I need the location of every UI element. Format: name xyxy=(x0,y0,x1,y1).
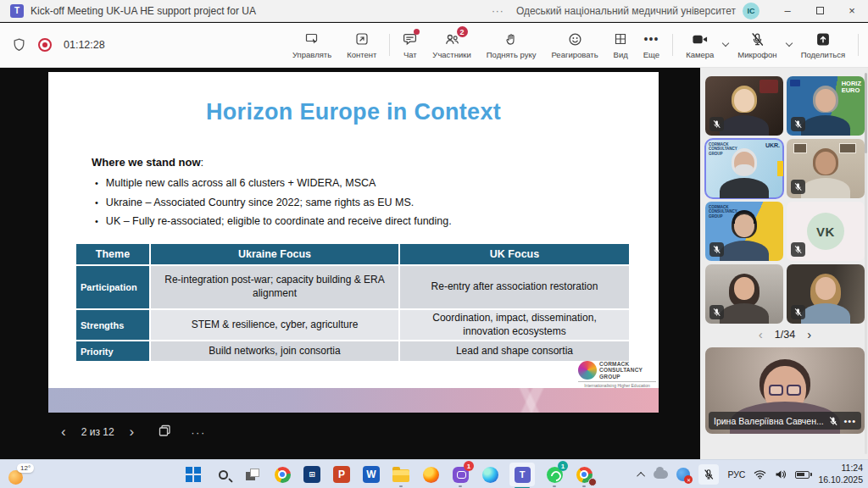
tray-mic-muted-icon[interactable] xyxy=(698,464,719,485)
ukraine-flag-stripe xyxy=(777,161,783,176)
table-cell: Coordination, impact, dissemination, inn… xyxy=(400,310,629,340)
camera-button[interactable]: Камера xyxy=(678,23,721,67)
language-indicator[interactable]: РУС xyxy=(727,469,745,480)
participant-tile[interactable]: HORIZEURO xyxy=(787,76,865,136)
sync-error-icon[interactable] xyxy=(676,468,690,481)
chat-unread-dot xyxy=(414,29,420,35)
glasses xyxy=(769,385,801,396)
participants-icon: 2 xyxy=(444,30,460,47)
toolbar-separator xyxy=(858,34,859,56)
weather-widget[interactable]: 12° xyxy=(7,463,44,485)
screen-manage-icon xyxy=(304,30,320,47)
battery-icon[interactable] xyxy=(795,471,810,479)
participant-name-bar: Ірина Валеріївна Савчен... ••• xyxy=(709,412,861,430)
task-view-icon[interactable] xyxy=(242,464,263,485)
bullet-item: UK – Fully re-associated; eligible to co… xyxy=(95,215,452,227)
meeting-timer: 01:12:28 xyxy=(64,39,105,51)
horizon-poster-text: HORIZEURO xyxy=(842,80,861,95)
participant-tile[interactable] xyxy=(787,139,865,198)
participant-tile[interactable] xyxy=(705,264,783,324)
featured-participant-tile[interactable]: Ірина Валеріївна Савчен... ••• xyxy=(705,347,865,434)
camera-icon xyxy=(692,30,709,47)
participant-tile-speaking[interactable]: CORMACKCONSULTANCYGROUP UKR. xyxy=(705,139,783,198)
file-explorer-icon[interactable] xyxy=(391,464,411,485)
content-button[interactable]: Контент xyxy=(339,23,384,67)
tray-expand-chevron-icon[interactable] xyxy=(637,471,646,480)
toolbar-separator xyxy=(389,34,390,56)
raise-hand-button[interactable]: Поднять руку xyxy=(479,23,544,67)
table-header: Theme xyxy=(76,244,149,264)
chat-button[interactable]: Чат xyxy=(395,23,425,67)
camera-dropdown-chevron-icon[interactable] xyxy=(722,40,729,47)
chrome-profile-icon[interactable] xyxy=(574,464,594,485)
manage-button[interactable]: Управлять xyxy=(285,23,339,67)
leave-button[interactable]: Выйти xyxy=(864,23,868,67)
windows-taskbar: 12° ⊞ P W 1 T 1 РУС xyxy=(0,459,868,488)
participant-more-button[interactable]: ••• xyxy=(843,416,856,426)
prev-slide-button[interactable]: ‹ xyxy=(53,424,75,441)
table-cell: STEM & resilience, cyber, agriculture xyxy=(151,310,398,340)
powerpoint-icon[interactable]: P xyxy=(331,464,352,485)
sidebar-scrollbar[interactable] xyxy=(865,73,867,454)
edge-icon[interactable] xyxy=(480,464,500,485)
clock[interactable]: 11:24 16.10.2025 xyxy=(818,463,863,485)
close-button[interactable]: × xyxy=(836,0,868,22)
slide-grid-button[interactable] xyxy=(158,424,172,441)
search-icon[interactable] xyxy=(213,464,233,485)
pagination-next-button[interactable]: › xyxy=(807,327,811,341)
table-header: Ukraine Focus xyxy=(151,244,398,264)
participants-button[interactable]: 2 Участники xyxy=(425,23,478,67)
mic-muted-badge xyxy=(791,305,805,319)
start-button[interactable] xyxy=(183,464,203,485)
wifi-icon[interactable] xyxy=(754,469,766,480)
chrome-icon[interactable] xyxy=(272,464,292,485)
eu-flag-icon xyxy=(790,80,800,86)
bullet-item: Ukraine – Associated Country since 2022;… xyxy=(95,197,452,208)
viber-icon[interactable]: 1 xyxy=(450,464,470,485)
shield-icon[interactable] xyxy=(12,37,26,53)
firefox-icon[interactable] xyxy=(420,464,441,485)
slide-more-button[interactable]: ··· xyxy=(191,426,206,439)
participants-pagination: ‹ 1/34 › xyxy=(705,327,865,341)
view-button[interactable]: Вид xyxy=(606,23,636,67)
participant-name: Ірина Валеріївна Савчен... xyxy=(714,416,828,426)
account-org-label: Одеський національний медичний університ… xyxy=(516,5,736,17)
account-avatar[interactable]: ІС xyxy=(743,3,760,19)
mic-dropdown-chevron-icon[interactable] xyxy=(785,40,792,47)
react-button[interactable]: Реагировать xyxy=(543,23,605,67)
participant-tile[interactable] xyxy=(705,76,783,136)
slide-position: 2 из 12 xyxy=(75,426,121,438)
recording-indicator-icon xyxy=(38,38,52,52)
table-cell: Lead and shape consortia xyxy=(400,341,629,361)
pagination-prev-button[interactable]: ‹ xyxy=(759,327,763,341)
speaker-icon[interactable] xyxy=(775,469,787,480)
mic-muted-icon xyxy=(828,416,838,426)
participant-tile-initials[interactable]: VK xyxy=(787,202,865,261)
participant-tile[interactable]: CORMACKCONSULTANCYGROUP xyxy=(705,202,783,261)
cormack-globe-icon xyxy=(578,361,597,380)
minimize-button[interactable]: – xyxy=(771,0,804,22)
picture-frame xyxy=(793,143,807,153)
table-row-header: Strengths xyxy=(76,310,149,340)
table-cell: Re-entry after association restoration xyxy=(400,266,629,308)
slide-heading: Where we stand now: xyxy=(92,156,203,169)
microsoft-store-icon[interactable]: ⊞ xyxy=(302,464,322,485)
share-button[interactable]: Поделиться xyxy=(793,23,853,67)
mic-muted-badge xyxy=(791,180,805,194)
meeting-title: Kick-off Meeting UK-UA HE support projec… xyxy=(31,5,256,17)
whatsapp-icon[interactable]: 1 xyxy=(544,464,565,485)
microphone-button[interactable]: Микрофон xyxy=(730,23,784,67)
slide-bullets: Multiple new calls across all 6 clusters… xyxy=(95,177,452,235)
onedrive-icon[interactable] xyxy=(654,470,668,479)
titlebar-more-icon[interactable]: ··· xyxy=(492,5,504,17)
participant-tile[interactable] xyxy=(787,264,865,324)
maximize-button[interactable] xyxy=(804,0,836,22)
mic-muted-badge xyxy=(791,117,805,131)
more-button[interactable]: ••• Еще xyxy=(636,23,667,67)
next-slide-button[interactable]: › xyxy=(121,424,143,441)
teams-taskbar-icon[interactable]: T xyxy=(509,463,535,486)
mic-muted-icon xyxy=(750,30,765,47)
word-icon[interactable]: W xyxy=(361,464,381,485)
raise-hand-icon xyxy=(504,30,518,47)
whatsapp-badge: 1 xyxy=(558,461,568,471)
